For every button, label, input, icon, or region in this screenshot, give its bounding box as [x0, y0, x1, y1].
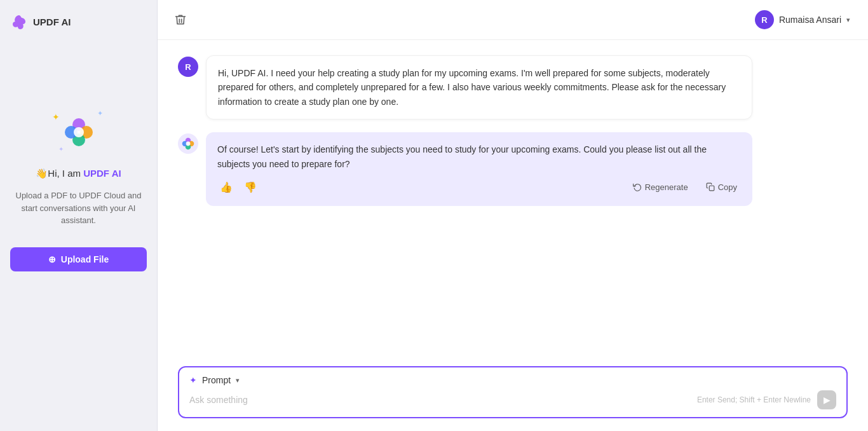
user-menu[interactable]: R Rumaisa Ansari ▾ — [750, 8, 855, 32]
regenerate-label: Regenerate — [645, 182, 688, 192]
thumbs-up-button[interactable]: 👍 — [217, 179, 235, 196]
ai-tools: Regenerate Copy — [629, 180, 741, 195]
chat-input[interactable] — [189, 395, 697, 405]
main-header: R Rumaisa Ansari ▾ — [158, 0, 868, 40]
svg-point-4 — [74, 127, 84, 137]
input-box: ✦ Prompt ▾ Enter Send; Shift + Enter New… — [178, 366, 848, 418]
sidebar-logo: UPDF AI — [10, 13, 71, 31]
greeting-brand: UPDF AI — [83, 168, 121, 179]
sparkle-area: ✦ ✦ ✦ — [47, 107, 111, 158]
input-hint: Enter Send; Shift + Enter Newline — [697, 395, 811, 404]
regenerate-icon — [633, 182, 642, 191]
send-icon: ▶ — [824, 395, 831, 405]
trash-icon — [174, 13, 187, 26]
chevron-down-icon: ▾ — [846, 16, 850, 24]
regenerate-button[interactable]: Regenerate — [629, 180, 692, 195]
ai-message-avatar — [178, 133, 198, 154]
copy-label: Copy — [718, 182, 737, 192]
sparkle-bl: ✦ — [58, 146, 64, 153]
prompt-label: Prompt — [202, 375, 231, 385]
input-row: Enter Send; Shift + Enter Newline ▶ — [189, 390, 836, 409]
main-content: R Rumaisa Ansari ▾ R Hi, UPDF AI. I need… — [158, 0, 868, 431]
user-avatar: R — [755, 10, 774, 29]
ai-actions: 👍 👎 Regenerate — [217, 179, 741, 196]
upload-icon: ⊕ — [48, 254, 56, 264]
input-top: ✦ Prompt ▾ — [189, 375, 836, 385]
sidebar-description: Upload a PDF to UPDF Cloud and start con… — [10, 189, 147, 227]
sidebar: UPDF AI ✦ ✦ ✦ 👋Hi, I am UPDF AI Upload a… — [0, 0, 158, 431]
ai-logo-icon — [181, 137, 195, 151]
updf-logo-icon — [10, 13, 28, 31]
greeting: 👋Hi, I am UPDF AI — [36, 168, 121, 179]
user-message-avatar: R — [178, 57, 198, 77]
copy-icon — [706, 182, 715, 191]
copy-button[interactable]: Copy — [702, 180, 741, 195]
svg-point-9 — [186, 142, 191, 146]
svg-rect-10 — [709, 186, 714, 191]
sidebar-center: ✦ ✦ ✦ 👋Hi, I am UPDF AI Upload a PDF to … — [10, 107, 147, 227]
upload-label: Upload File — [61, 254, 109, 264]
chat-area: R Hi, UPDF AI. I need your help creating… — [158, 40, 868, 356]
send-button[interactable]: ▶ — [817, 390, 836, 409]
thumbs-down-button[interactable]: 👎 — [241, 179, 259, 196]
prompt-chevron-icon: ▾ — [236, 376, 240, 385]
sparkle-icon: ✦ — [189, 375, 197, 385]
user-name: Rumaisa Ansari — [779, 15, 841, 25]
sparkle-tl: ✦ — [52, 112, 60, 122]
ai-message-text: Of course! Let's start by identifying th… — [217, 144, 707, 168]
ai-bubble: Of course! Let's start by identifying th… — [206, 132, 752, 206]
logo-text: UPDF AI — [33, 17, 71, 27]
user-message: R Hi, UPDF AI. I need your help creating… — [178, 55, 848, 120]
greeting-prefix: 👋Hi, I am — [36, 168, 83, 179]
sparkle-tr: ✦ — [97, 109, 103, 118]
clear-chat-button[interactable] — [170, 10, 191, 30]
ai-feedback: 👍 👎 — [217, 179, 259, 196]
thumbs-down-icon: 👎 — [244, 182, 257, 193]
upload-file-button[interactable]: ⊕ Upload File — [10, 247, 147, 271]
user-message-text: Hi, UPDF AI. I need your help creating a… — [218, 68, 726, 107]
thumbs-up-icon: 👍 — [220, 182, 233, 193]
user-bubble: Hi, UPDF AI. I need your help creating a… — [206, 55, 752, 120]
input-area: ✦ Prompt ▾ Enter Send; Shift + Enter New… — [158, 356, 868, 431]
ai-message: Of course! Let's start by identifying th… — [178, 132, 848, 206]
main-flower-icon — [62, 116, 95, 149]
